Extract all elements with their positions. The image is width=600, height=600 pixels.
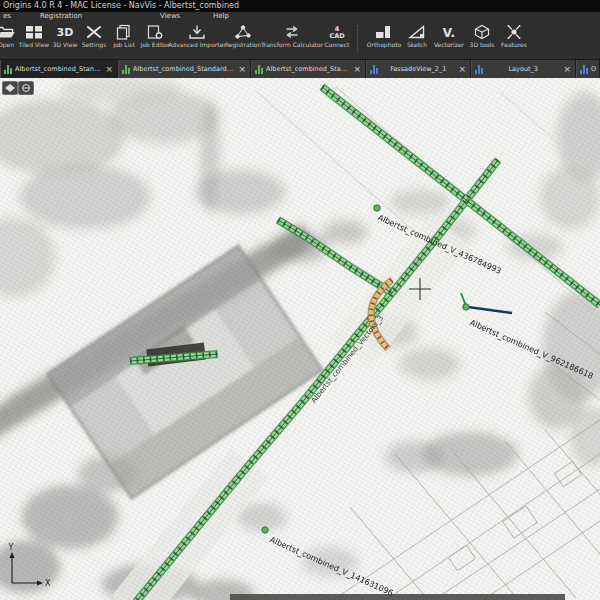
canvas-view-button-globe[interactable]	[18, 81, 34, 95]
globe-icon	[21, 84, 31, 92]
dark-strip	[230, 594, 565, 600]
menu-item-views[interactable]: Views	[160, 12, 180, 21]
tab-layout-3[interactable]: Layout_3 ×	[471, 60, 576, 78]
scan-position-dot[interactable]	[463, 304, 469, 310]
toolbar-label: Tiled View	[19, 41, 49, 48]
close-icon[interactable]: ×	[457, 60, 467, 78]
scan-position-dot[interactable]	[374, 205, 380, 211]
tab-standard-left[interactable]: Albertst_combined_Standard_Left ×	[251, 60, 366, 78]
toolbar-button-job-list[interactable]: Job List	[109, 22, 139, 57]
menu-item-registration[interactable]: Registration	[40, 12, 82, 21]
toolbar-button-3d-tools[interactable]: 3D tools	[467, 22, 497, 57]
toolbar-button-orthophoto[interactable]: Orthophoto	[365, 22, 403, 57]
import-download-icon	[187, 24, 207, 40]
tab-bar: Albertst_combined_Standard_Top × Alberts…	[0, 60, 600, 78]
layout-view-icon	[370, 64, 379, 74]
toolbar-button-job-editor[interactable]: Job Editor	[139, 22, 171, 57]
toolbar-separator	[357, 25, 363, 53]
toolbar-label: 3D View	[53, 41, 78, 48]
tiled-view-icon	[24, 24, 44, 40]
toolbar-label: Registration	[225, 41, 261, 48]
tab-fassadeview[interactable]: FassadeView_2_1 ×	[366, 60, 471, 78]
features-point-icon	[504, 24, 524, 40]
map-canvas[interactable]: Y X Albertst_combined_V_436784993 Albert…	[0, 78, 600, 600]
layout-view-icon	[475, 64, 484, 74]
toolbar-button-transform-calculator[interactable]: Transform Calculator	[263, 22, 321, 57]
toolbar-button-vectorizer[interactable]: V. Vectorizer	[431, 22, 467, 57]
3d-view-icon: 3D	[55, 24, 75, 40]
toolbar-button-connect[interactable]: 4CAD Connect	[321, 22, 353, 57]
connect-4cad-icon: 4CAD	[327, 24, 347, 40]
tab-og-cutoff[interactable]: OG	[576, 60, 600, 78]
view-2d-icon	[255, 64, 264, 74]
toolbar-label: Orthophoto	[367, 41, 401, 48]
title-bar: Origins 4.0 R 4 - MAC License - NavVis -…	[0, 0, 600, 12]
toolbar-label: Vectorizer	[434, 41, 464, 48]
close-icon[interactable]: ×	[562, 60, 572, 78]
menu-item-cutoff[interactable]: es	[3, 12, 11, 21]
toolbar-button-tiled-view[interactable]: Tiled View	[17, 22, 51, 57]
toolbar-label: Transform Calculator	[261, 41, 323, 48]
open-folder-icon	[0, 24, 16, 40]
3d-tools-cube-icon	[472, 24, 492, 40]
close-icon[interactable]: ×	[237, 60, 247, 78]
scan-position-dot[interactable]	[262, 527, 268, 533]
layout-view-icon	[580, 64, 589, 74]
toolbar-button-settings[interactable]: Settings	[79, 22, 109, 57]
toolbar-button-sketch[interactable]: Sketch	[403, 22, 431, 57]
canvas-view-button-fit[interactable]	[2, 81, 18, 95]
axis-y-label: Y	[8, 543, 14, 552]
application-window: Origins 4.0 R 4 - MAC License - NavVis -…	[0, 0, 600, 600]
toolbar-button-3d-view[interactable]: 3D 3D View	[51, 22, 79, 57]
sketch-triangle-icon	[407, 24, 427, 40]
toolbar-label: Job List	[113, 41, 135, 48]
close-icon[interactable]: ×	[104, 60, 114, 78]
vectorizer-icon: V.	[439, 24, 459, 40]
svg-text:3D: 3D	[57, 26, 74, 39]
main-toolbar: Open Tiled View 3D 3D View Settings Job …	[0, 21, 600, 60]
view-2d-icon	[4, 64, 13, 74]
tab-standard-front[interactable]: Albertst_combined_Standard_Front ×	[118, 60, 251, 78]
tab-standard-top[interactable]: Albertst_combined_Standard_Top ×	[0, 60, 118, 78]
toolbar-button-advanced-importer[interactable]: Advanced Importer	[171, 22, 223, 57]
close-icon[interactable]: ×	[352, 60, 362, 78]
toolbar-button-open[interactable]: Open	[0, 22, 17, 57]
toolbar-button-registration[interactable]: Registration	[223, 22, 263, 57]
toolbar-label: Settings	[82, 41, 107, 48]
registration-network-icon	[233, 24, 253, 40]
transform-cycle-icon	[282, 24, 302, 40]
toolbar-button-features[interactable]: Features	[497, 22, 531, 57]
toolbar-label: Open	[0, 41, 14, 48]
orthophoto-icon	[374, 24, 394, 40]
layers-icon	[5, 84, 15, 92]
job-editor-icon	[145, 24, 165, 40]
view-2d-icon	[122, 64, 131, 74]
toolbar-label: Features	[501, 41, 527, 48]
window-title: Origins 4.0 R 4 - MAC License - NavVis -…	[3, 1, 239, 10]
svg-text:CAD: CAD	[329, 32, 345, 40]
job-list-icon	[114, 24, 134, 40]
menu-bar: es Registration Views Help	[0, 12, 600, 21]
settings-tools-icon	[84, 24, 104, 40]
toolbar-label: Job Editor	[141, 41, 170, 48]
toolbar-label: Connect	[325, 41, 350, 48]
toolbar-label: 3D tools	[470, 41, 495, 48]
axis-x-label: X	[45, 579, 51, 588]
toolbar-label: Advanced Importer	[168, 41, 226, 48]
svg-text:V.: V.	[443, 26, 455, 40]
menu-item-help[interactable]: Help	[213, 12, 229, 21]
toolbar-label: Sketch	[407, 41, 427, 48]
